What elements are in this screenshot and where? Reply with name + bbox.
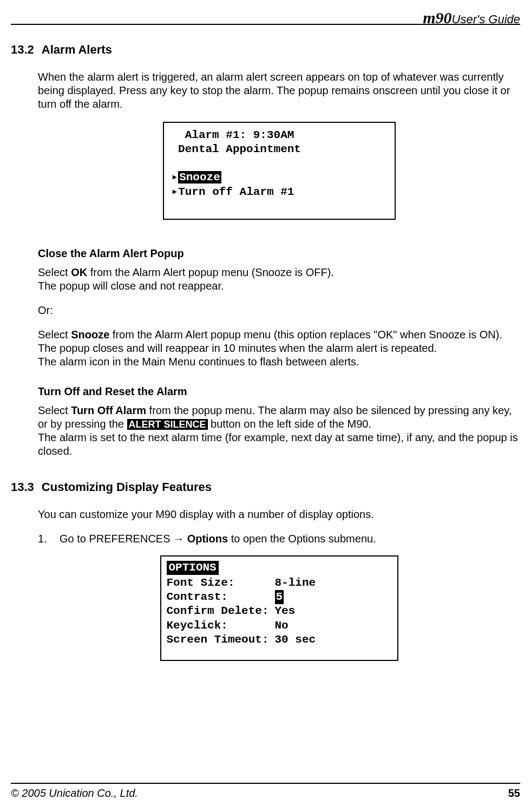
option-label: Keyclick: (167, 619, 275, 633)
footer-rule (11, 783, 520, 784)
options-screen: OPTIONS Font Size: 8-line Contrast: 5 Co… (160, 555, 398, 662)
page: m90User's Guide 13.2 Alarm Alerts When t… (0, 0, 531, 812)
option-row-font-size: Font Size: 8-line (167, 576, 392, 590)
text: from the Alarm Alert popup menu (Snooze … (87, 266, 334, 278)
text: Select (38, 404, 71, 416)
close-popup-p1: Select OK from the Alarm Alert popup men… (38, 266, 520, 293)
option-row-confirm-delete: Confirm Delete: Yes (167, 604, 392, 618)
alarm-line1: Alarm #1: 9:30AM (172, 129, 294, 141)
option-label: Screen Timeout: (167, 633, 275, 647)
turn-off-paragraph: Select Turn Off Alarm from the popup men… (38, 404, 520, 458)
option-label: Confirm Delete: (167, 604, 275, 618)
intro-paragraph: When the alarm alert is triggered, an al… (38, 70, 520, 111)
snooze-bold: Snooze (71, 329, 109, 340)
text: The popup will close and not reappear. (38, 280, 224, 292)
turn-off-alarm-bold: Turn Off Alarm (71, 404, 146, 416)
ok-bold: OK (71, 266, 87, 278)
step-number: 1. (38, 532, 50, 546)
turnoff-option: Turn off Alarm #1 (178, 186, 294, 198)
footer-copyright: © 2005 Unication Co., Ltd. (11, 787, 138, 800)
section-number: 13.3 (11, 480, 34, 495)
text: Go to PREFERENCES → (60, 533, 187, 545)
text: The popup closes and will reappear in 10… (38, 342, 437, 354)
section-title: Customizing Display Features (42, 480, 212, 495)
section-13-3-heading: 13.3 Customizing Display Features (11, 480, 520, 495)
alarm-line2: Dental Appointment (172, 143, 301, 155)
section-number: 13.2 (11, 42, 34, 57)
alarm-alert-screen: Alarm #1: 9:30AM Dental Appointment ▸Sno… (163, 122, 396, 220)
text: The alarm icon in the Main Menu continue… (38, 356, 359, 368)
or-text: Or: (38, 304, 520, 317)
option-value: Yes (275, 604, 296, 618)
section-13-2-body: When the alarm alert is triggered, an al… (38, 70, 520, 459)
close-popup-heading: Close the Alarm Alert Popup (38, 247, 520, 260)
customize-intro: You can customize your M90 display with … (38, 508, 520, 521)
section-title: Alarm Alerts (42, 42, 112, 57)
main-content: 13.2 Alarm Alerts When the alarm alert i… (11, 42, 520, 672)
alert-silence-button-label: ALERT SILENCE (127, 419, 208, 430)
option-value: No (275, 619, 289, 633)
section-13-2-heading: 13.2 Alarm Alerts (11, 42, 520, 57)
text: to open the Options submenu. (228, 533, 376, 545)
turnoff-marker: ▸ (172, 186, 179, 198)
text: Select (38, 266, 71, 278)
option-row-keyclick: Keyclick: No (167, 619, 392, 633)
step-text: Go to PREFERENCES → Options to open the … (60, 532, 376, 546)
options-title: OPTIONS (167, 561, 219, 575)
text: The alarm is set to the next alarm time … (38, 431, 518, 457)
close-popup-p2: Select Snooze from the Alarm Alert popup… (38, 328, 520, 369)
turn-off-heading: Turn Off and Reset the Alarm (38, 385, 520, 398)
option-label: Contrast: (167, 590, 275, 604)
option-value-selected: 5 (275, 590, 284, 604)
snooze-marker: ▸ (172, 171, 179, 184)
footer-page-number: 55 (508, 787, 520, 800)
option-value: 8-line (275, 576, 316, 590)
option-value: 30 sec (275, 633, 316, 647)
step-1: 1. Go to PREFERENCES → Options to open t… (38, 532, 520, 546)
section-13-3-body: You can customize your M90 display with … (38, 508, 520, 662)
option-row-contrast: Contrast: 5 (167, 590, 392, 604)
options-bold: Options (187, 533, 228, 545)
snooze-option: Snooze (178, 171, 221, 184)
text: button on the left side of the M90. (208, 418, 371, 430)
text: Select (38, 329, 71, 340)
text: from the Alarm Alert popup menu (this op… (109, 329, 502, 340)
option-label: Font Size: (167, 576, 275, 590)
option-row-screen-timeout: Screen Timeout: 30 sec (167, 633, 392, 647)
header-rule (11, 24, 520, 25)
